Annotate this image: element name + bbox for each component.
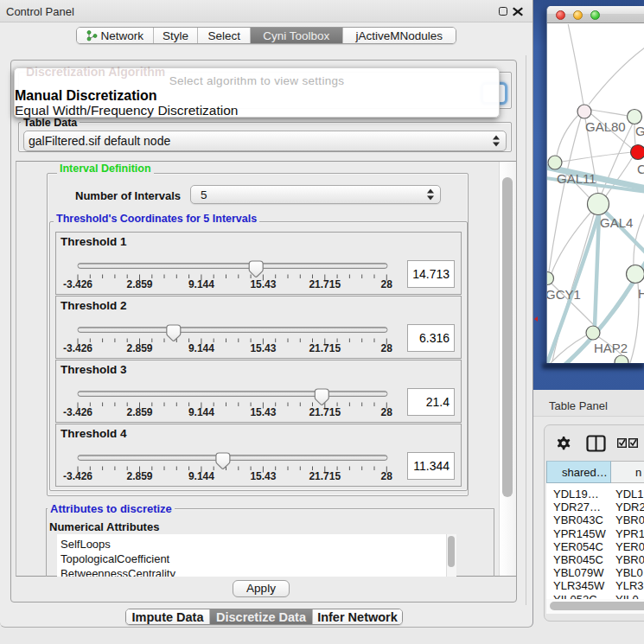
svg-text:GCY1: GCY1: [547, 287, 581, 302]
svg-text:21.715: 21.715: [309, 406, 341, 418]
svg-text:GAL11: GAL11: [557, 171, 596, 186]
svg-text:C: C: [637, 162, 644, 176]
svg-text:28: 28: [381, 342, 393, 354]
svg-text:GAL4: GAL4: [600, 215, 633, 230]
svg-text:28: 28: [381, 406, 393, 418]
svg-text:-3.426: -3.426: [63, 406, 92, 418]
svg-text:-3.426: -3.426: [63, 470, 92, 482]
svg-text:21.715: 21.715: [309, 342, 341, 354]
svg-text:28: 28: [381, 278, 393, 290]
svg-text:GA: GA: [635, 124, 644, 138]
svg-text:9.144: 9.144: [188, 342, 214, 354]
svg-text:-3.426: -3.426: [63, 342, 92, 354]
svg-text:GAL80: GAL80: [585, 119, 626, 134]
svg-text:15.43: 15.43: [250, 406, 276, 418]
svg-text:-3.426: -3.426: [63, 278, 92, 290]
svg-text:H: H: [638, 286, 644, 301]
svg-text:2.859: 2.859: [126, 278, 152, 290]
svg-text:HAP2: HAP2: [594, 341, 628, 355]
svg-text:15.43: 15.43: [250, 342, 276, 354]
svg-text:2.859: 2.859: [126, 406, 152, 418]
svg-text:2.859: 2.859: [126, 342, 152, 354]
svg-text:9.144: 9.144: [188, 470, 214, 482]
svg-text:15.43: 15.43: [250, 278, 276, 290]
svg-text:9.144: 9.144: [188, 406, 214, 418]
svg-text:2.859: 2.859: [126, 470, 152, 482]
svg-text:15.43: 15.43: [250, 470, 276, 482]
svg-text:21.715: 21.715: [309, 470, 341, 482]
svg-text:9.144: 9.144: [188, 278, 214, 290]
svg-text:21.715: 21.715: [309, 278, 341, 290]
svg-text:28: 28: [381, 470, 393, 482]
